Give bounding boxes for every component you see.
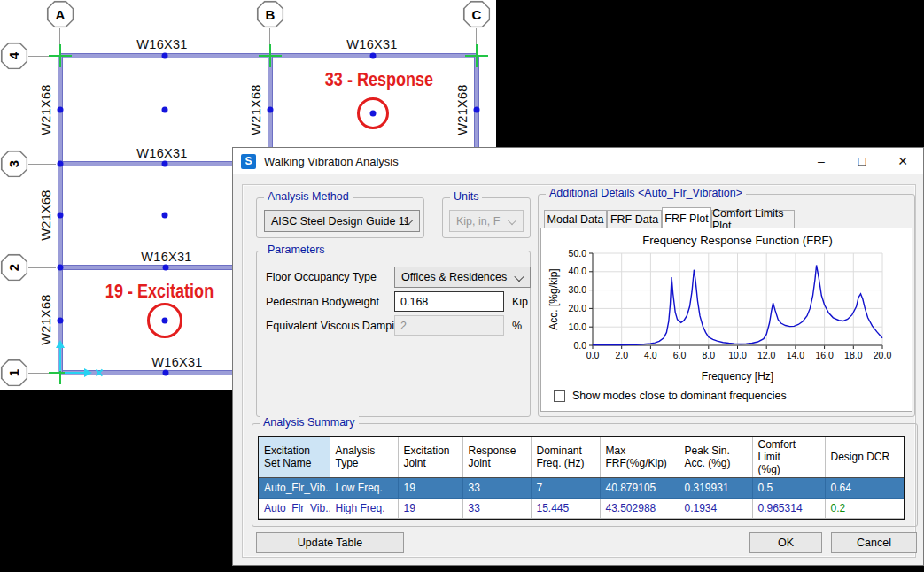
svg-text:20.0: 20.0 (569, 303, 587, 313)
chart-title: Frequency Response Function (FRF) (593, 234, 882, 247)
beam-label: W21X68 (39, 189, 53, 240)
update-table-button[interactable]: Update Table (256, 532, 404, 553)
pedestrian-bodyweight-field[interactable]: 0.168 (394, 291, 504, 312)
summary-col-header[interactable]: AnalysisType (330, 437, 398, 478)
joint-dot (162, 318, 168, 324)
beam-label: W16X31 (136, 146, 187, 160)
joint-dot (370, 111, 377, 117)
dialog-titlebar[interactable]: S Walking Vibration Analysis – □ ✕ (233, 148, 923, 174)
excitation-annotation: 19 - Excitation (105, 280, 214, 303)
table-cell: 15.445 (531, 499, 600, 519)
table-cell: 0.1934 (679, 499, 752, 519)
show-modes-checkbox-label: Show modes close to dominant frequencies (572, 390, 787, 402)
maximize-button[interactable]: □ (842, 148, 882, 174)
tab-frf-data[interactable]: FRF Data (607, 210, 662, 228)
summary-col-header[interactable]: ExcitationJoint (398, 437, 462, 478)
table-empty-area (259, 519, 904, 521)
damping-unit-label: % (512, 320, 522, 332)
svg-text:4.0: 4.0 (644, 350, 657, 360)
units-select: Kip, in, F (449, 210, 524, 232)
bodyweight-unit-label: Kip (512, 296, 528, 308)
grid-intersection-marker (49, 44, 72, 67)
table-row[interactable]: Auto_Flr_Vib...Low Freq.1933740.8791050.… (259, 478, 904, 499)
frf-plot-panel: Frequency Response Function (FRF) Acc. [… (540, 228, 912, 412)
origin-y-axis (59, 347, 61, 371)
joint-dot (58, 107, 64, 113)
joint-dot (162, 161, 168, 167)
svg-text:0.0: 0.0 (586, 350, 600, 360)
floor-occupancy-select[interactable]: Offices & Residences (394, 267, 531, 288)
close-button[interactable]: ✕ (882, 148, 923, 174)
summary-col-header[interactable]: ResponseJoint (462, 437, 531, 478)
additional-details-label: Additional Details <Auto_Flr_Vibration> (546, 187, 746, 199)
joint-dot (162, 107, 168, 113)
svg-text:50.0: 50.0 (569, 248, 587, 259)
analysis-summary-label: Analysis Summary (260, 416, 359, 429)
joint-dot (58, 213, 64, 219)
origin-x-arrow-icon (84, 368, 92, 377)
show-modes-checkbox[interactable] (554, 390, 565, 402)
beam-label: W21X68 (39, 294, 53, 344)
grid-bubble-4: 4 (1, 43, 28, 70)
table-cell: 0.5 (752, 478, 825, 499)
table-cell: Auto_Flr_Vib... (259, 478, 330, 499)
frf-chart: 0.02.04.06.08.010.012.014.016.018.020.00… (541, 228, 913, 412)
dialog-title: Walking Vibration Analysis (264, 155, 399, 168)
summary-col-header[interactable]: Comfort Limit(%g) (752, 437, 825, 478)
tab-comfort-limits-plot[interactable]: Comfort Limits Plot (711, 210, 795, 228)
summary-col-header[interactable]: DominantFreq. (Hz) (531, 437, 600, 478)
chevron-down-icon (514, 272, 524, 282)
tab-frf-plot[interactable]: FRF Plot (662, 207, 711, 228)
minimize-button[interactable]: – (801, 148, 842, 174)
tab-modal-data[interactable]: Modal Data (544, 210, 607, 228)
summary-col-header[interactable]: MaxFRF(%g/Kip) (600, 437, 679, 478)
grid-stem (28, 267, 56, 268)
table-row[interactable]: Auto_Flr_Vib...High Freq.193315.44543.50… (259, 499, 904, 519)
table-cell: 19 (398, 478, 462, 499)
analysis-summary-table: ExcitationSet NameAnalysisTypeExcitation… (258, 436, 905, 520)
beam-label: W21X68 (455, 84, 470, 135)
svg-text:20.0: 20.0 (874, 350, 892, 360)
joint-dot (58, 265, 64, 271)
svg-text:6.0: 6.0 (673, 350, 687, 360)
svg-text:10.0: 10.0 (728, 350, 747, 360)
table-cell: High Freq. (330, 499, 398, 519)
analysis-method-select[interactable]: AISC Steel Design Guide 11 (264, 210, 420, 232)
svg-text:16.0: 16.0 (815, 350, 834, 360)
grid-bubble-c: C (463, 1, 491, 28)
grid-bubble-3: 3 (1, 151, 28, 178)
analysis-method-label: Analysis Method (264, 190, 353, 203)
response-annotation: 33 - Response (325, 68, 433, 91)
table-cell: 19 (398, 499, 462, 519)
summary-col-header[interactable]: Design DCR (825, 437, 904, 478)
walking-vibration-dialog: S Walking Vibration Analysis – □ ✕ Analy… (232, 147, 924, 566)
svg-text:0.0: 0.0 (573, 340, 586, 351)
table-cell: 33 (462, 478, 531, 499)
beam-label: W16X31 (151, 355, 202, 369)
svg-text:8.0: 8.0 (702, 350, 715, 360)
grid-bubble-2: 2 (1, 254, 28, 282)
grid-stem (28, 164, 56, 165)
joint-dot (162, 213, 168, 219)
joint-dot (163, 265, 169, 271)
svg-text:14.0: 14.0 (787, 350, 805, 360)
table-cell: 0.64 (825, 478, 904, 499)
origin-x-axis (65, 372, 84, 374)
ok-button[interactable]: OK (749, 532, 822, 553)
grid-intersection-marker (465, 44, 488, 67)
summary-col-header[interactable]: ExcitationSet Name (259, 437, 330, 478)
table-cell: 40.879105 (600, 478, 679, 499)
joint-dot (370, 53, 377, 59)
table-cell: Low Freq. (330, 478, 398, 499)
origin-y-arrow-icon (56, 340, 65, 348)
table-cell: Auto_Flr_Vib... (259, 499, 330, 519)
units-label: Units (450, 190, 482, 203)
table-cell: 0.319931 (679, 478, 752, 499)
grid-intersection-marker (259, 44, 282, 67)
grid-bubble-1: 1 (1, 359, 28, 387)
table-cell: 0.2 (825, 499, 904, 519)
joint-dot (162, 53, 168, 59)
cancel-button[interactable]: Cancel (831, 532, 917, 553)
summary-col-header[interactable]: Peak Sin.Acc. (%g) (679, 437, 752, 478)
svg-text:40.0: 40.0 (569, 266, 587, 276)
